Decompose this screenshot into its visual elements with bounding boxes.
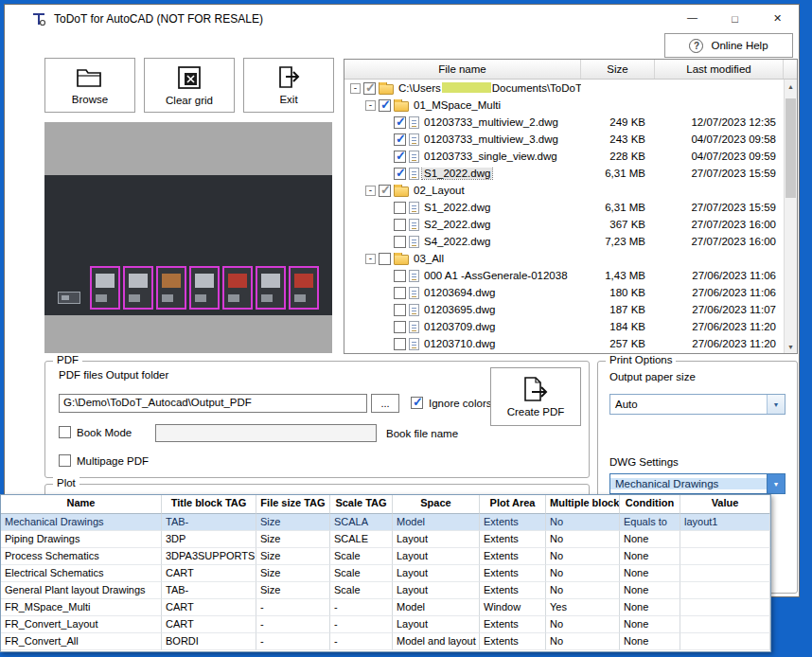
settings-cell[interactable]: Layout: [393, 582, 480, 599]
settings-cell[interactable]: Piping Drawings: [1, 531, 162, 548]
exit-button[interactable]: Exit: [243, 58, 334, 113]
settings-cell[interactable]: [680, 599, 770, 616]
settings-cell[interactable]: Extents: [480, 531, 546, 548]
tree-row-file[interactable]: S2_2022.dwg367 KB27/07/2023 16:00: [344, 216, 784, 233]
settings-column-header[interactable]: Title block TAG: [162, 495, 256, 514]
settings-column-header[interactable]: Multiple blocks: [546, 495, 620, 514]
settings-cell[interactable]: CART: [162, 616, 256, 633]
tree-checkbox[interactable]: [394, 236, 406, 248]
settings-cell[interactable]: Size: [256, 582, 330, 599]
settings-cell[interactable]: [680, 633, 770, 650]
settings-cell[interactable]: SCALA: [330, 514, 393, 531]
minimize-button[interactable]: —: [671, 5, 714, 32]
book-mode-checkbox[interactable]: [59, 426, 71, 438]
tree-row-file[interactable]: 01203733_multiview_3.dwg243 KB04/07/2023…: [344, 131, 784, 148]
tree-checkbox[interactable]: [363, 82, 376, 95]
settings-cell[interactable]: No: [546, 548, 620, 565]
folder-browse-dots-button[interactable]: ...: [371, 394, 399, 413]
paper-size-combo[interactable]: Auto ▼: [609, 394, 786, 415]
settings-cell[interactable]: No: [546, 582, 620, 599]
tree-checkbox[interactable]: [379, 253, 391, 265]
settings-cell[interactable]: Scale: [330, 565, 393, 582]
settings-cell[interactable]: Model: [393, 599, 480, 616]
settings-cell[interactable]: Extents: [480, 616, 546, 633]
settings-column-header[interactable]: Value: [680, 495, 770, 514]
settings-cell[interactable]: Scale: [330, 582, 393, 599]
column-header-last-modified[interactable]: Last modified: [655, 60, 784, 79]
tree-checkbox[interactable]: [394, 219, 406, 231]
column-header-size[interactable]: Size: [581, 60, 655, 79]
settings-column-header[interactable]: Name: [1, 495, 162, 514]
settings-column-header[interactable]: Space: [393, 495, 480, 514]
tree-row-file[interactable]: 01203709.dwg184 KB27/06/2023 11:20: [344, 318, 784, 335]
settings-cell[interactable]: [680, 548, 770, 565]
settings-cell[interactable]: Scale: [330, 548, 393, 565]
settings-cell[interactable]: -: [330, 633, 393, 650]
settings-cell[interactable]: 3DPA3SUPPORTS: [162, 548, 256, 565]
multipage-pdf-checkbox[interactable]: [59, 454, 71, 467]
settings-cell[interactable]: layout1: [680, 514, 770, 531]
settings-cell[interactable]: BORDI: [162, 633, 256, 650]
tree-checkbox[interactable]: [394, 338, 406, 350]
tree-row-file[interactable]: 01203733_multiview_2.dwg249 KB12/07/2023…: [344, 114, 784, 131]
tree-expander-icon[interactable]: -: [365, 100, 376, 111]
dwg-settings-combo[interactable]: Mechanical Drawings ▼: [609, 473, 786, 494]
settings-cell[interactable]: None: [620, 616, 680, 633]
tree-expander-icon[interactable]: -: [365, 186, 376, 196]
tree-checkbox[interactable]: [394, 304, 406, 316]
settings-cell[interactable]: Yes: [546, 599, 620, 616]
settings-cell[interactable]: None: [620, 633, 680, 650]
settings-cell[interactable]: CART: [162, 599, 256, 616]
tree-row-file[interactable]: S1_2022.dwg6,31 MB27/07/2023 15:59: [344, 199, 784, 216]
settings-cell[interactable]: -: [330, 616, 393, 633]
settings-cell[interactable]: [680, 616, 770, 633]
settings-cell[interactable]: Size: [256, 514, 330, 531]
chevron-down-icon[interactable]: ▼: [767, 474, 785, 493]
settings-cell[interactable]: [680, 582, 770, 599]
settings-cell[interactable]: FR_MSpace_Multi: [1, 599, 162, 616]
book-file-input[interactable]: [155, 424, 377, 442]
settings-column-header[interactable]: Plot Area: [480, 495, 546, 514]
maximize-button[interactable]: □: [714, 5, 756, 32]
settings-cell[interactable]: SCALE: [330, 531, 393, 548]
tree-row-folder[interactable]: -01_MSpace_Multi: [344, 97, 784, 114]
settings-cell[interactable]: None: [620, 565, 680, 582]
settings-cell[interactable]: Layout: [393, 548, 480, 565]
settings-cell[interactable]: Size: [256, 548, 330, 565]
online-help-button[interactable]: ? Online Help: [664, 33, 793, 58]
tree-row-folder[interactable]: -03_All: [344, 250, 784, 267]
ignore-colors-checkbox[interactable]: [411, 397, 423, 409]
output-folder-input[interactable]: G:\Demo\ToDoT_Autocad\Output_PDF: [59, 394, 367, 413]
tree-row-file[interactable]: 01203695.dwg187 KB27/06/2023 11:07: [344, 301, 784, 318]
tree-scrollbar[interactable]: ▲ ▼: [784, 80, 797, 353]
settings-column-header[interactable]: File size TAG: [256, 495, 330, 514]
drawing-thumbnail[interactable]: [90, 266, 120, 310]
tree-checkbox[interactable]: [379, 99, 391, 112]
settings-cell[interactable]: FR_Convert_All: [1, 633, 162, 650]
settings-cell[interactable]: Extents: [480, 565, 546, 582]
drawing-thumbnail[interactable]: [123, 266, 153, 310]
settings-cell[interactable]: Size: [256, 531, 330, 548]
tree-expander-icon[interactable]: -: [350, 83, 361, 94]
settings-cell[interactable]: CART: [162, 565, 256, 582]
settings-cell[interactable]: Equals to: [620, 514, 680, 531]
tree-checkbox[interactable]: [394, 270, 406, 282]
settings-cell[interactable]: Window: [480, 599, 546, 616]
tree-row-file[interactable]: 01203694.dwg180 KB27/06/2023 11:06: [344, 284, 784, 301]
settings-cell[interactable]: Mechanical Drawings: [1, 514, 162, 531]
settings-cell[interactable]: No: [546, 616, 620, 633]
settings-cell[interactable]: None: [620, 548, 680, 565]
drawing-thumbnail[interactable]: [256, 266, 286, 310]
tree-row-folder[interactable]: -C:\UsersDocuments\ToDoT: [344, 80, 784, 97]
tree-row-file[interactable]: 000 A1 -AssGenerale-0120381,43 MB27/06/2…: [344, 267, 784, 284]
settings-cell[interactable]: [680, 531, 770, 548]
settings-cell[interactable]: Extents: [480, 548, 546, 565]
tree-row-file[interactable]: 01203710.dwg257 KB27/06/2023 11:20: [344, 335, 784, 352]
settings-row[interactable]: FR_Convert_LayoutCART--LayoutExtentsNoNo…: [1, 616, 770, 633]
tree-expander-icon[interactable]: -: [365, 254, 376, 264]
settings-cell[interactable]: None: [620, 531, 680, 548]
settings-cell[interactable]: Process Schematics: [1, 548, 162, 565]
settings-column-header[interactable]: Condition: [620, 495, 680, 514]
close-button[interactable]: ✕: [756, 5, 799, 32]
column-header-file-name[interactable]: File name: [344, 60, 581, 79]
